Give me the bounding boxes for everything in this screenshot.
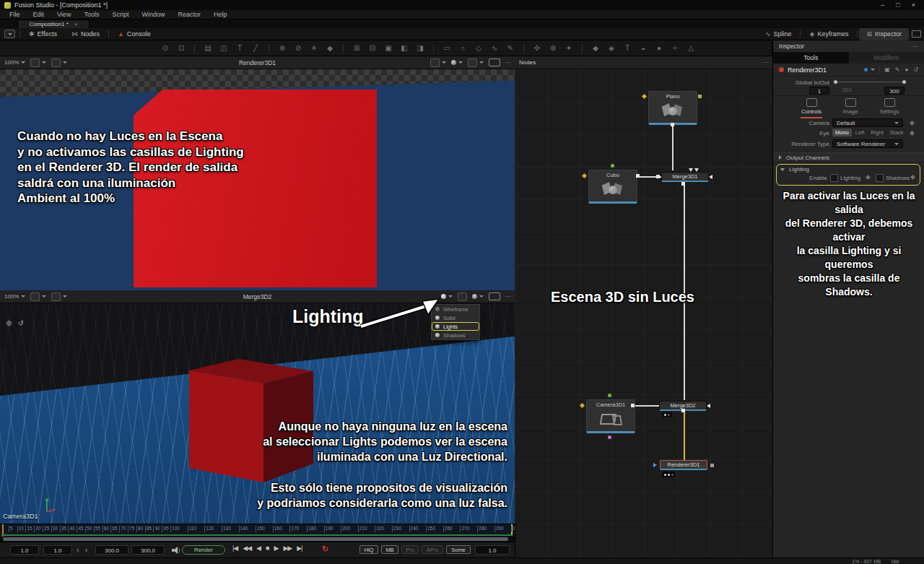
- playback-play[interactable]: ▶: [274, 545, 278, 552]
- input-connector[interactable]: [656, 175, 660, 178]
- global-in-field[interactable]: 1: [809, 87, 829, 95]
- subtab-image[interactable]: Image: [840, 98, 861, 118]
- menu-window[interactable]: Window: [135, 11, 171, 18]
- inspector-button[interactable]: ⊞ Inspector: [859, 28, 909, 40]
- output-connector[interactable]: [608, 435, 611, 439]
- tool-icon[interactable]: T: [622, 44, 632, 52]
- pick-icon[interactable]: ●: [905, 66, 908, 73]
- tool-icon[interactable]: ⊟: [367, 44, 378, 52]
- zoom-level[interactable]: 100%: [4, 59, 19, 66]
- output-connector[interactable]: [631, 404, 635, 407]
- menu-view[interactable]: View: [51, 11, 77, 18]
- input-connector[interactable]: [582, 173, 587, 178]
- quality-aprx[interactable]: APrx: [422, 545, 443, 554]
- effects-button[interactable]: ✱ Effects: [22, 28, 64, 40]
- shadow-toggle-icon[interactable]: [472, 294, 477, 299]
- console-button[interactable]: ▲ Console: [110, 28, 158, 40]
- tool-icon[interactable]: △: [686, 44, 696, 52]
- edit-icon[interactable]: ✎: [895, 66, 900, 73]
- tool-icon[interactable]: ⊡: [176, 44, 186, 52]
- animate-dot-icon[interactable]: [910, 121, 915, 126]
- viewport-2[interactable]: Merge3D2 100% ⋯: [0, 290, 515, 524]
- menu-file[interactable]: File: [3, 11, 27, 18]
- tab-close-icon[interactable]: ×: [74, 21, 78, 27]
- quality-mb[interactable]: MB: [381, 545, 398, 554]
- eye-option-left[interactable]: Left: [853, 129, 868, 136]
- range-in-field[interactable]: 300.0: [95, 545, 128, 555]
- input-connector[interactable]: [707, 404, 710, 408]
- slider-handle[interactable]: [834, 80, 837, 84]
- slider-handle[interactable]: [902, 80, 906, 84]
- camera-select[interactable]: Default: [832, 118, 903, 127]
- lut-icon[interactable]: [430, 58, 440, 67]
- eye-option-stack[interactable]: Stack: [887, 129, 907, 136]
- channel-select-icon[interactable]: [30, 292, 40, 301]
- output-channels-section[interactable]: Output Channels: [773, 152, 924, 162]
- viewer-option-icon[interactable]: [51, 58, 61, 67]
- menu-reactor[interactable]: Reactor: [171, 11, 207, 18]
- input-connector[interactable]: [689, 168, 693, 172]
- toolbar-dropdown[interactable]: [4, 30, 15, 38]
- input-connector[interactable]: [580, 403, 585, 408]
- output-connector[interactable]: [636, 174, 640, 178]
- node-plano[interactable]: Plano: [648, 91, 697, 125]
- tool-icon[interactable]: ▭: [442, 44, 452, 52]
- lighting-toggle-icon[interactable]: [451, 60, 456, 65]
- range-out-field[interactable]: 300.0: [131, 545, 165, 555]
- channel-select-icon[interactable]: [30, 58, 40, 67]
- grid-options-icon[interactable]: [468, 58, 477, 67]
- versions-icon[interactable]: ▣: [884, 66, 890, 73]
- timeline-ruler[interactable]: 5101520253035404550556065707580859095100…: [0, 524, 515, 537]
- reset-icon[interactable]: ↺: [913, 66, 918, 73]
- animate-dot-icon[interactable]: [910, 131, 915, 136]
- output-connector[interactable]: [698, 95, 702, 98]
- tab-tools[interactable]: Tools: [773, 52, 849, 64]
- tool-icon[interactable]: T: [235, 44, 245, 52]
- menu-tools[interactable]: Tools: [77, 11, 105, 18]
- shadows-checkbox[interactable]: [876, 174, 884, 182]
- output-connector[interactable]: [710, 464, 714, 467]
- pan-tool-icon[interactable]: ⊕: [6, 319, 12, 327]
- menu-script[interactable]: Script: [105, 11, 135, 18]
- tool-icon[interactable]: ◆: [590, 44, 601, 52]
- quality-hiq[interactable]: HiQ: [359, 545, 378, 554]
- minimize-button[interactable]: –: [881, 1, 884, 9]
- color-dot-icon[interactable]: [864, 68, 868, 71]
- playback-stop[interactable]: ■: [266, 545, 269, 552]
- frame-field-1[interactable]: 1.0: [10, 545, 39, 555]
- input-connector[interactable]: [694, 168, 699, 172]
- viewport1-menu-icon[interactable]: ⋯: [505, 59, 510, 66]
- node-enable-toggle[interactable]: [779, 67, 784, 72]
- lighting-checkbox[interactable]: [830, 174, 838, 182]
- viewer-option-icon[interactable]: [51, 292, 61, 301]
- node-camera3d1[interactable]: Camera3D1: [586, 399, 635, 433]
- tool-icon[interactable]: ╱: [250, 44, 261, 52]
- tool-icon[interactable]: ✦: [564, 44, 574, 52]
- tool-icon[interactable]: ∿: [489, 44, 500, 52]
- quality-prx[interactable]: Prx: [401, 545, 419, 554]
- node-renderer3d1[interactable]: Renderer3D1: [660, 460, 707, 470]
- viewport2-menu-icon[interactable]: ⋯: [505, 293, 510, 300]
- menu-edit[interactable]: Edit: [27, 11, 51, 18]
- tool-icon[interactable]: ⊙: [160, 44, 170, 52]
- playback-go-start[interactable]: |◀: [232, 545, 237, 552]
- tool-icon[interactable]: ◫: [219, 44, 229, 52]
- lighting-section-header[interactable]: Lighting: [780, 166, 809, 173]
- viewport1-canvas[interactable]: Cuando no hay Luces en la Escenay no act…: [0, 69, 515, 290]
- tool-icon[interactable]: ◈: [606, 44, 616, 52]
- tool-icon[interactable]: ⊕: [277, 44, 287, 52]
- tool-icon[interactable]: ✣: [532, 44, 542, 52]
- eye-option-right[interactable]: Right: [868, 129, 886, 136]
- maximize-button[interactable]: □: [896, 1, 899, 9]
- menu-help[interactable]: Help: [207, 11, 234, 18]
- shading-mode-icon[interactable]: [458, 292, 467, 301]
- tool-icon[interactable]: ✧: [670, 44, 680, 52]
- tool-icon[interactable]: ◧: [399, 44, 409, 52]
- tool-icon[interactable]: ⊕: [548, 44, 558, 52]
- tool-icon[interactable]: ▤: [203, 44, 213, 52]
- quality-some[interactable]: Some: [446, 545, 471, 554]
- subtab-settings[interactable]: Settings: [879, 98, 900, 118]
- tool-icon[interactable]: ○: [458, 44, 468, 52]
- render-button[interactable]: Render: [182, 545, 225, 555]
- tool-icon[interactable]: ⊞: [352, 44, 362, 52]
